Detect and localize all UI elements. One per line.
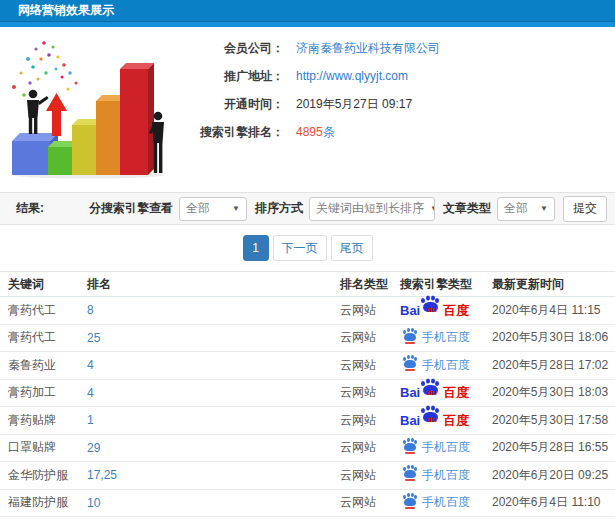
engine-cell: Baidu百度 [400,386,492,399]
keyword-cell: 福建防护服 [8,494,87,511]
mobile-baidu-paw-icon [404,498,416,506]
mobile-baidu-label: 手机百度 [422,357,470,374]
open-time-label: 开通时间： [184,96,284,113]
rank-link[interactable]: 4 [87,358,340,372]
baidu-logo: Baidu百度 [400,386,469,399]
rank-link[interactable]: 4 [87,386,340,400]
paw-underline [405,479,415,481]
baidu-logo-bai: Bai [400,414,420,427]
engine-cell: 手机百度 [400,439,492,456]
keyword-cell: 膏药加工 [8,384,87,401]
col-rank: 排名 [87,276,340,293]
baidu-logo-cn: 百度 [443,386,469,399]
mobile-baidu-logo: 手机百度 [404,329,470,346]
col-engine-type: 搜索引擎类型 [400,276,492,293]
rank-count-label: 搜索引擎排名： [184,124,284,141]
col-rank-type: 排名类型 [340,276,400,293]
engine-cell: 手机百度 [400,329,492,346]
article-type-select[interactable]: 全部 ▼ [497,197,555,221]
chevron-down-icon: ▼ [232,204,240,213]
table-row: 福建防护服10云网站手机百度2020年6月4日 11:10 [0,490,615,518]
baidu-paw-icon: du [423,385,438,395]
results-label: 结果: [16,200,44,217]
keyword-cell: 秦鲁药业 [8,357,87,374]
rank-link[interactable]: 29 [87,441,340,455]
sort-select[interactable]: 关键词由短到长排序 ▼ [309,197,435,221]
baidu-logo-cn: 百度 [443,304,469,317]
keyword-cell: 膏药代工 [8,329,87,346]
engine-filter-value: 全部 [186,200,210,217]
paw-underline [405,452,415,454]
rank-type-cell: 云网站 [340,467,400,484]
baidu-paw-icon: du [423,302,438,312]
baidu-logo-du: du [427,306,437,314]
member-info: 会员公司： 济南秦鲁药业科技有限公司 推广地址： http://www.qlyy… [184,37,440,179]
keyword-cell: 膏药贴牌 [8,412,87,429]
confetti-dots [12,41,78,96]
rank-type-cell: 云网站 [340,384,400,401]
results-table-body: 膏药代工8云网站Baidu百度2020年6月4日 11:15膏药代工25云网站手… [0,297,615,517]
last-page-button[interactable]: 尾页 [331,235,373,261]
sort-label: 排序方式 [255,200,303,217]
engine-cell: 手机百度 [400,494,492,511]
submit-button[interactable]: 提交 [563,196,607,222]
engine-cell: 手机百度 [400,467,492,484]
rank-link[interactable]: 17,25 [87,468,340,482]
mobile-baidu-logo: 手机百度 [404,494,470,511]
next-page-button[interactable]: 下一页 [273,235,327,261]
table-row: 膏药代工8云网站Baidu百度2020年6月4日 11:15 [0,297,615,325]
mobile-baidu-logo: 手机百度 [404,357,470,374]
keyword-cell: 膏药代工 [8,302,87,319]
page-title: 网络营销效果展示 [18,2,114,19]
promo-url-label: 推广地址： [184,68,284,85]
bar-red [120,63,154,175]
marketing-chart-illustration [6,37,170,179]
mobile-baidu-label: 手机百度 [422,494,470,511]
promo-url-link[interactable]: http://www.qlyyjt.com [296,69,408,83]
baidu-logo: Baidu百度 [400,304,469,317]
results-table: 关键词 排名 排名类型 搜索引擎类型 最新更新时间 膏药代工8云网站Baidu百… [0,271,615,517]
baidu-logo-du: du [427,389,437,397]
baidu-paw-icon: du [423,412,438,422]
sort-value: 关键词由短到长排序 [316,200,424,217]
rank-link[interactable]: 10 [87,496,340,510]
rank-link[interactable]: 25 [87,331,340,345]
paw-underline [405,342,415,344]
page-header: 网络营销效果展示 [0,0,615,22]
table-row: 膏药代工25云网站手机百度2020年5月30日 18:06 [0,325,615,353]
article-type-label: 文章类型 [443,200,491,217]
info-row-open-time: 开通时间： 2019年5月27日 09:17 [184,96,440,112]
baidu-logo: Baidu百度 [400,414,469,427]
col-updated: 最新更新时间 [492,276,615,293]
rank-type-cell: 云网站 [340,412,400,429]
rank-count-value: 4895 [296,125,323,139]
engine-cell: Baidu百度 [400,414,492,427]
updated-cell: 2020年5月28日 16:55 [492,439,615,456]
company-link[interactable]: 济南秦鲁药业科技有限公司 [296,40,440,57]
rank-type-cell: 云网站 [340,329,400,346]
paw-underline [405,369,415,371]
filter-bar: 结果: 分搜索引擎查看 全部 ▼ 排序方式 关键词由短到长排序 ▼ 文章类型 全… [0,192,615,225]
hero-section: 会员公司： 济南秦鲁药业科技有限公司 推广地址： http://www.qlyy… [0,27,615,179]
table-row: 口罩贴牌29云网站手机百度2020年5月28日 16:55 [0,435,615,463]
rank-link[interactable]: 8 [87,303,340,317]
table-row: 膏药贴牌1云网站Baidu百度2020年5月30日 17:58 [0,407,615,435]
updated-cell: 2020年5月30日 17:58 [492,412,615,429]
rank-type-cell: 云网站 [340,357,400,374]
mobile-baidu-paw-icon [404,470,416,478]
engine-filter-select[interactable]: 全部 ▼ [179,197,247,221]
page-1-button[interactable]: 1 [243,235,269,261]
table-row: 膏药加工4云网站Baidu百度2020年5月30日 18:03 [0,380,615,408]
baidu-logo-bai: Bai [400,304,420,317]
mobile-baidu-label: 手机百度 [422,329,470,346]
mobile-baidu-logo: 手机百度 [404,467,470,484]
info-row-rank-count: 搜索引擎排名： 4895条 [184,124,440,140]
updated-cell: 2020年5月30日 18:06 [492,329,615,346]
engine-cell: Baidu百度 [400,304,492,317]
rank-link[interactable]: 1 [87,413,340,427]
up-arrow-icon [46,93,67,136]
rank-type-cell: 云网站 [340,439,400,456]
mobile-baidu-label: 手机百度 [422,467,470,484]
mobile-baidu-logo: 手机百度 [404,439,470,456]
updated-cell: 2020年5月30日 18:03 [492,384,615,401]
